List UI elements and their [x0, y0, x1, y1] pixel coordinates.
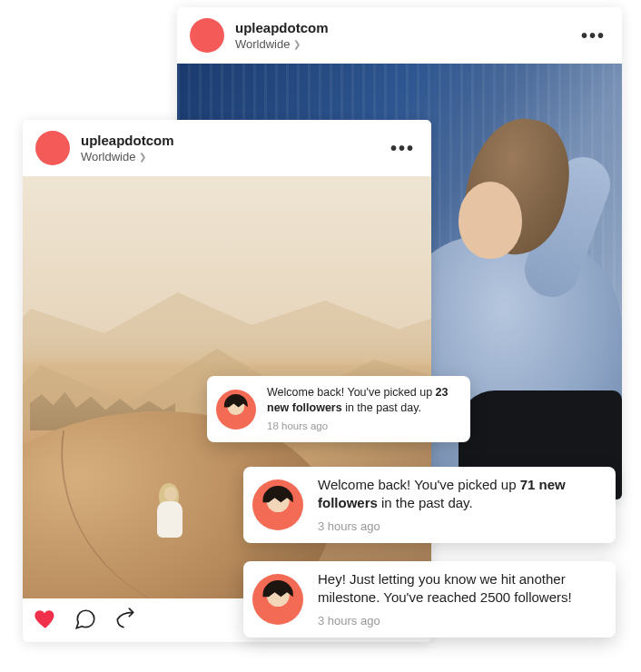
- notification-message: Welcome back! You've picked up 71 new fo…: [318, 476, 603, 513]
- avatar[interactable]: [35, 131, 70, 165]
- username[interactable]: upleapdotcom: [235, 20, 577, 36]
- chevron-right-icon: ❯: [293, 39, 301, 50]
- sitting-person-illustration: [150, 485, 190, 539]
- share-icon: [113, 608, 137, 631]
- notification-avatar: [216, 390, 256, 430]
- more-options-button[interactable]: •••: [387, 138, 419, 159]
- notification-prefix: Welcome back! You've picked up: [318, 477, 520, 492]
- notification-avatar: [252, 479, 303, 530]
- notification-text: Welcome back! You've picked up 23 new fo…: [267, 385, 458, 433]
- notification-prefix: Hey! Just letting you know we hit anothe…: [318, 571, 572, 605]
- notification-suffix: in the past day.: [342, 401, 421, 414]
- notification-card[interactable]: Welcome back! You've picked up 71 new fo…: [243, 467, 616, 543]
- location-label: Worldwide: [235, 37, 290, 52]
- comment-button[interactable]: [74, 608, 97, 631]
- avatar[interactable]: [190, 18, 224, 53]
- notification-card[interactable]: Welcome back! You've picked up 23 new fo…: [207, 376, 470, 442]
- heart-icon: [34, 608, 57, 631]
- notification-message: Hey! Just letting you know we hit anothe…: [318, 570, 603, 608]
- post-header: upleapdotcom Worldwide ❯ •••: [23, 120, 431, 176]
- location-label: Worldwide: [81, 150, 135, 164]
- username[interactable]: upleapdotcom: [81, 133, 387, 149]
- notification-text: Hey! Just letting you know we hit anothe…: [318, 570, 603, 628]
- notification-prefix: Welcome back! You've picked up: [267, 386, 436, 399]
- notification-suffix: in the past day.: [378, 495, 473, 510]
- header-text: upleapdotcom Worldwide ❯: [81, 133, 387, 164]
- notification-time: 3 hours ago: [318, 613, 603, 629]
- location-row[interactable]: Worldwide ❯: [81, 150, 387, 164]
- chevron-right-icon: ❯: [139, 152, 146, 163]
- share-button[interactable]: [113, 608, 137, 631]
- notification-time: 3 hours ago: [318, 519, 603, 535]
- notification-text: Welcome back! You've picked up 71 new fo…: [318, 476, 603, 534]
- more-options-button[interactable]: •••: [577, 25, 609, 46]
- notification-time: 18 hours ago: [267, 420, 458, 434]
- header-text: upleapdotcom Worldwide ❯: [235, 20, 577, 52]
- notification-message: Welcome back! You've picked up 23 new fo…: [267, 385, 458, 416]
- like-button[interactable]: [34, 608, 57, 631]
- notification-avatar: [252, 574, 303, 625]
- post-header: upleapdotcom Worldwide ❯ •••: [177, 7, 622, 64]
- location-row[interactable]: Worldwide ❯: [235, 37, 577, 52]
- notification-card[interactable]: Hey! Just letting you know we hit anothe…: [243, 561, 616, 637]
- comment-icon: [74, 608, 97, 631]
